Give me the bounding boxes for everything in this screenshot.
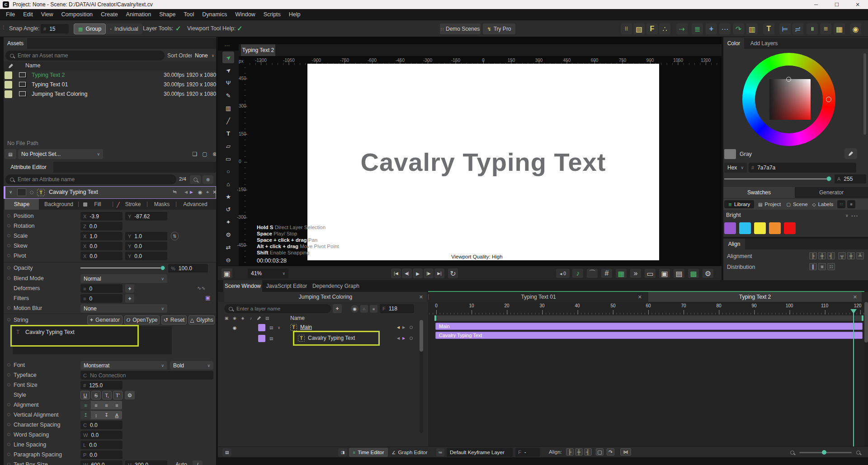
scale-x-field[interactable]: X1.0	[80, 232, 123, 240]
guides-button[interactable]: ▦	[616, 269, 627, 278]
go-to-end-button[interactable]: ▶|	[434, 268, 444, 278]
toolbar-null-icon[interactable]: ⠿	[621, 23, 632, 34]
layer-list-scrollbar[interactable]	[420, 320, 423, 433]
keyframe-dot[interactable]	[7, 254, 10, 257]
zoom-out-icon[interactable]	[788, 449, 796, 456]
keyframe-dot[interactable]	[7, 244, 10, 247]
keyframe-dot[interactable]	[7, 234, 10, 237]
keyframe-dot[interactable]	[7, 318, 10, 321]
alpha-field[interactable]: A255	[835, 174, 866, 183]
onion-skin-button[interactable]: ◂0	[556, 269, 570, 278]
blend-mode-dropdown[interactable]: Normal∨	[80, 274, 167, 283]
tab-fill[interactable]: Fill	[89, 199, 107, 210]
menu-window[interactable]: Window	[231, 11, 259, 18]
pivot-x-field[interactable]: X0.0	[80, 252, 123, 260]
tab-timeline-comp-2[interactable]: Typing Text 2 ✕	[648, 292, 862, 302]
pivot-y-field[interactable]: Y0.0	[125, 252, 167, 260]
tool-width[interactable]: ⇄	[222, 241, 234, 253]
align-center-button[interactable]: ≡	[91, 401, 101, 409]
line-spacing-field[interactable]: L0.0	[80, 441, 123, 449]
trash-icon[interactable]: ⊗	[211, 150, 216, 158]
tool-camera[interactable]: ▥	[222, 102, 234, 114]
skew-x-field[interactable]: X0.0	[80, 242, 123, 250]
zoom-in-icon[interactable]	[854, 449, 862, 456]
panel-scrollbar[interactable]	[863, 53, 866, 135]
swatch-red[interactable]	[784, 222, 796, 234]
toolbar-stagger-icon[interactable]: ≣	[692, 23, 703, 34]
font-weight-dropdown[interactable]: Bold∨	[170, 361, 213, 370]
toolbar-box-icon[interactable]: ▧	[633, 23, 645, 34]
tool-line[interactable]: ╱	[222, 115, 234, 127]
eyedropper-button[interactable]	[844, 148, 857, 159]
keyframe-layer-dropdown[interactable]: Default Keyframe Layer	[447, 448, 513, 457]
tool-select[interactable]: ➤	[222, 52, 234, 63]
keyframe-dot[interactable]	[7, 306, 10, 310]
valign-bottom-button[interactable]: ↧	[101, 411, 112, 419]
align-center-v-button[interactable]: ┼	[847, 252, 855, 259]
clear-search-icon[interactable]: ⊗	[203, 175, 213, 184]
kf-ease-button[interactable]: ↷	[607, 448, 614, 456]
layer-color-box[interactable]	[17, 188, 26, 196]
footer-panel-button[interactable]: ◨	[338, 448, 347, 456]
menu-animation[interactable]: Animation	[122, 11, 156, 18]
tab-shape[interactable]: Shape	[5, 199, 39, 210]
swatch-yellow[interactable]	[754, 222, 766, 234]
style-settings-button[interactable]: ⚙	[125, 391, 135, 399]
play-button[interactable]: ▶	[413, 268, 423, 278]
tool-settings[interactable]: ⚙	[222, 229, 234, 240]
layers-view-button[interactable]: ▣	[659, 269, 670, 278]
layer-search-input[interactable]	[236, 306, 326, 311]
zoom-dropdown[interactable]: 41%∨	[248, 268, 288, 278]
keyframe-dot[interactable]	[7, 373, 10, 376]
layer-header[interactable]: ∨ T Cavalry Typing Text ≒ ◀ ▶ ◉ ⌖ ✕	[4, 186, 216, 199]
tab-masks[interactable]: Masks	[151, 199, 173, 210]
close-button[interactable]: ✕	[847, 0, 868, 9]
tab-javascript-editor[interactable]: JavaScript Editor	[264, 280, 309, 292]
group-mode-button[interactable]: ▦Group	[74, 23, 106, 34]
frame-field[interactable]: F118	[380, 304, 414, 313]
keyframe-dot[interactable]	[7, 433, 10, 436]
underline-button[interactable]: U	[80, 391, 90, 399]
sv-square[interactable]	[769, 79, 811, 120]
tab-background[interactable]: Background	[42, 199, 76, 210]
go-to-start-button[interactable]: |◀	[391, 268, 401, 278]
asset-name[interactable]: Typing Text 2	[32, 72, 65, 78]
new-window-icon[interactable]: ▢	[201, 150, 209, 158]
valign-baseline-button[interactable]: A	[112, 411, 122, 419]
target-icon[interactable]: ⌖	[206, 189, 209, 195]
valign-top-button[interactable]: ↥	[80, 411, 91, 419]
menu-edit[interactable]: Edit	[19, 11, 37, 18]
transparency-button[interactable]: ▩	[688, 269, 699, 278]
asset-name[interactable]: Typing Text 01	[32, 81, 68, 88]
text-box-height-field[interactable]: H300.0	[125, 460, 167, 465]
add-layer-button[interactable]: +	[333, 304, 342, 313]
tool-skew[interactable]: ▱	[222, 140, 234, 152]
motion-blur-dropdown[interactable]: None∨	[80, 304, 167, 313]
asset-row[interactable]: Typing Text 2 30.00fps 1920 x 1080	[4, 70, 216, 80]
tab-timeline-comp-1[interactable]: Typing Text 01 ✕	[430, 292, 646, 302]
opacity-slider[interactable]	[80, 268, 164, 268]
next-frame-button[interactable]: |▶	[424, 268, 434, 278]
next-keyframe-icon[interactable]: ▶	[402, 325, 405, 329]
toolbar-frame-icon[interactable]: F	[646, 23, 658, 34]
align-left-button[interactable]: ≡	[80, 401, 91, 409]
toolbar-trim-start-icon[interactable]: ⊨	[779, 23, 791, 34]
menu-scripts[interactable]: Scripts	[259, 11, 285, 18]
keyframe-dot[interactable]	[410, 326, 413, 329]
align-left-edge-button[interactable]: ├	[809, 252, 817, 259]
keyframe-dot[interactable]	[7, 413, 10, 416]
sv-selector[interactable]	[786, 77, 791, 82]
demo-scenes-button[interactable]: ∷ Demo Scenes	[440, 23, 481, 34]
keyframe-dot[interactable]	[7, 423, 10, 426]
individual-mode-button[interactable]: ▫Individual	[106, 23, 142, 34]
position-y-field[interactable]: Y-87.62	[125, 212, 167, 221]
toolbar-arc-icon[interactable]: ↷	[733, 23, 744, 34]
prev-keyframe-icon[interactable]: ◀	[184, 190, 188, 194]
tab-swatches[interactable]: Swatches	[723, 187, 795, 198]
hue-selector[interactable]	[826, 97, 831, 102]
keyframe-dot[interactable]	[410, 337, 413, 340]
asset-search-input[interactable]	[18, 52, 160, 59]
close-icon[interactable]: ✕	[419, 294, 423, 300]
close-icon[interactable]: ✕	[638, 294, 642, 300]
tool-star[interactable]: ★	[222, 191, 234, 202]
